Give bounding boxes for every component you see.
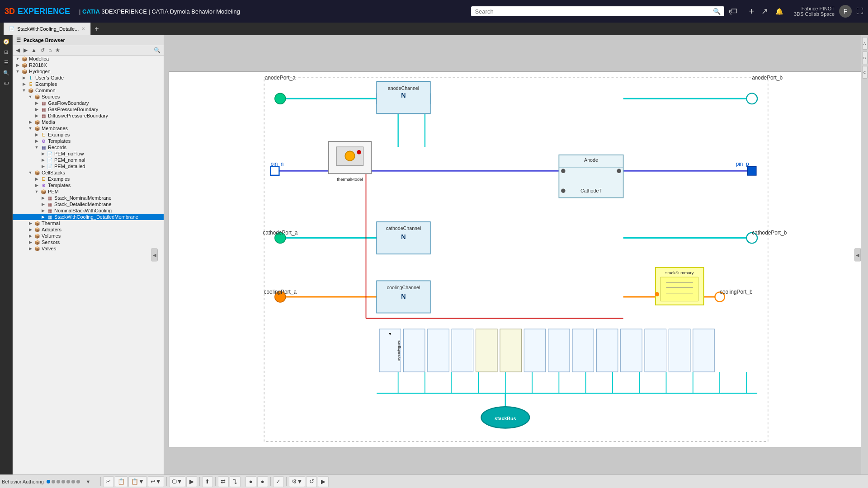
user-avatar[interactable]: F [839,5,852,18]
tree-item-modelica[interactable]: ▼📦Modelica [13,56,164,62]
left-icon-compass[interactable]: 🧭 [0,37,12,47]
layout-button[interactable]: ⇅ [230,476,241,487]
tree-expander-gaspressureboundary[interactable]: ▶ [33,107,40,112]
tree-item-mem_records[interactable]: ▼▦Records [13,144,164,150]
maximize-button[interactable]: ⛶ [856,7,863,15]
tree-item-r2018x[interactable]: ▶📦R2018X [13,62,164,68]
tree-expander-examples[interactable]: ▶ [21,82,27,86]
tree-item-pem_noflow[interactable]: ▶📄PEM_noFlow [13,150,164,157]
tree-item-valves[interactable]: ▶📦Valves [13,245,164,252]
tree-expander-thermal[interactable]: ▶ [27,221,33,225]
tree-item-diffusivepressureboundary[interactable]: ▶▦DiffusivePressureBoundary [13,113,164,119]
tree-expander-cs_templates[interactable]: ▶ [33,183,40,188]
dot-6[interactable] [71,480,75,483]
tab-close-button[interactable]: ✕ [81,26,85,31]
search-input[interactable] [475,8,713,15]
upload-button[interactable]: ⬆ [202,476,213,487]
tree-item-stack_nominalmembrane[interactable]: ▶▦Stack_NominalMembrane [13,195,164,201]
tree-item-mem_templates[interactable]: ▶⚙Templates [13,138,164,144]
tree-item-hydrogen[interactable]: ▼📦Hydrogen [13,68,164,75]
tree-item-cs_templates[interactable]: ▶⚙Templates [13,182,164,188]
tree-expander-mem_examples[interactable]: ▶ [33,132,40,137]
tree-item-pem[interactable]: ▼📦PEM [13,188,164,195]
grid-button[interactable]: ● [257,476,268,487]
tree-expander-membranes[interactable]: ▼ [27,126,33,131]
tree-expander-cellstacks[interactable]: ▼ [27,170,33,175]
tree-expander-diffusivepressureboundary[interactable]: ▶ [33,113,40,118]
left-icon-tag[interactable]: 🏷 [0,79,12,88]
bookmark-button[interactable]: 🏷 [729,6,738,17]
dot-1[interactable] [47,480,50,483]
tree-item-nominalstackwithcooling[interactable]: ▶▦NominalStackWithCooling [13,207,164,214]
search-button[interactable]: 🔍 [713,8,721,15]
left-icon-list[interactable]: ☰ [0,58,12,67]
snap-button[interactable]: ● [245,476,256,487]
tree-item-membranes[interactable]: ▼📦Membranes [13,125,164,131]
right-panel-btn-1[interactable]: A [862,37,868,50]
dot-5[interactable] [66,480,70,483]
left-icon-search[interactable]: 🔍 [0,68,12,78]
tree-item-sources[interactable]: ▼📦Sources [13,94,164,100]
tree-item-media[interactable]: ▶📦Media [13,119,164,125]
tree-expander-hydrogen[interactable]: ▼ [14,69,21,74]
paste-button[interactable]: 📋▼ [128,476,147,487]
check-button[interactable]: ✓ [273,476,284,487]
toolbar-search[interactable]: 🔍 [152,46,162,54]
tree-expander-media[interactable]: ▶ [27,120,33,124]
tree-expander-r2018x[interactable]: ▶ [14,63,21,67]
undo-button[interactable]: ↩▼ [148,476,164,487]
tree-item-pem_nominal[interactable]: ▶📄PEM_nominal [13,157,164,163]
run-button[interactable]: ▶ [318,476,329,487]
toolbar-up[interactable]: ▲ [30,46,38,54]
tree-item-cellstacks[interactable]: ▼📦CellStacks [13,169,164,176]
tree-item-usersguide[interactable]: ▶ℹUser's Guide [13,75,164,81]
tree-item-thermal[interactable]: ▶📦Thermal [13,220,164,226]
tree-item-examples[interactable]: ▶EExamples [13,81,164,87]
tree-expander-mem_records[interactable]: ▼ [33,145,40,150]
tree-expander-pem_nominal[interactable]: ▶ [40,158,46,162]
canvas-collapse-right[interactable]: ◀ [854,249,861,262]
toolbar-refresh[interactable]: ↺ [39,46,46,54]
tree-item-volumes[interactable]: ▶📦Volumes [13,233,164,239]
tree-item-common[interactable]: ▼📦Common [13,87,164,94]
tree-item-mem_examples[interactable]: ▶EExamples [13,131,164,138]
share-button[interactable]: ↗ [760,5,770,18]
play-button[interactable]: ▶ [186,476,197,487]
right-panel-btn-2[interactable]: B [862,52,868,64]
tree-expander-nominalstackwithcooling[interactable]: ▶ [40,208,46,213]
tree-expander-pem_detailed[interactable]: ▶ [40,164,46,169]
tree-expander-common[interactable]: ▼ [21,88,27,93]
notifications-button[interactable]: 🔔 [774,6,785,17]
left-icon-grid[interactable]: ⊞ [0,47,12,57]
tree-item-adapters[interactable]: ▶📦Adapters [13,226,164,233]
dot-4[interactable] [61,480,65,483]
tree-expander-pem[interactable]: ▼ [33,189,40,194]
add-tab-button[interactable]: + [91,25,102,33]
tree-item-stackwithcooling_detailedmembrane[interactable]: ▶▦StackWithCooling_DetailedMembrane [13,214,164,220]
tree-item-gaspressureboundary[interactable]: ▶▦GasPressureBoundary [13,106,164,113]
tree-item-gasflowboundary[interactable]: ▶▦GasFlowBoundary [13,100,164,106]
tree-expander-volumes[interactable]: ▶ [27,234,33,238]
toolbar-home[interactable]: ⌂ [47,46,53,54]
toolbar-forward[interactable]: ▶ [22,46,29,54]
tree-expander-stack_nominalmembrane[interactable]: ▶ [40,196,46,200]
diagram-canvas[interactable]: anodeChannel N cathodeChannel N coolingC… [169,71,863,447]
right-panel-btn-3[interactable]: C [862,66,868,79]
connect-button[interactable]: ⬡▼ [169,476,185,487]
cut-button[interactable]: ✂ [103,476,114,487]
tree-expander-gasflowboundary[interactable]: ▶ [33,101,40,105]
tree-item-cs_examples[interactable]: ▶EExamples [13,176,164,182]
tree-expander-adapters[interactable]: ▶ [27,227,33,232]
tree-expander-stackwithcooling_detailedmembrane[interactable]: ▶ [40,215,46,219]
collapse-sidebar-button[interactable]: ◀ [151,249,158,262]
tree-expander-valves[interactable]: ▶ [27,246,33,251]
tree-item-sensors[interactable]: ▶📦Sensors [13,239,164,245]
toolbar-star[interactable]: ★ [54,46,61,54]
dots-menu-button[interactable]: ▼ [83,476,94,487]
active-tab[interactable]: 📄 StackWithCooling_Detaile... ✕ [4,23,91,35]
dot-7[interactable] [76,480,80,483]
tree-expander-usersguide[interactable]: ▶ [21,75,27,80]
tree-expander-cs_examples[interactable]: ▶ [33,177,40,181]
tree-expander-pem_noflow[interactable]: ▶ [40,151,46,156]
tree-expander-sources[interactable]: ▼ [27,94,33,99]
